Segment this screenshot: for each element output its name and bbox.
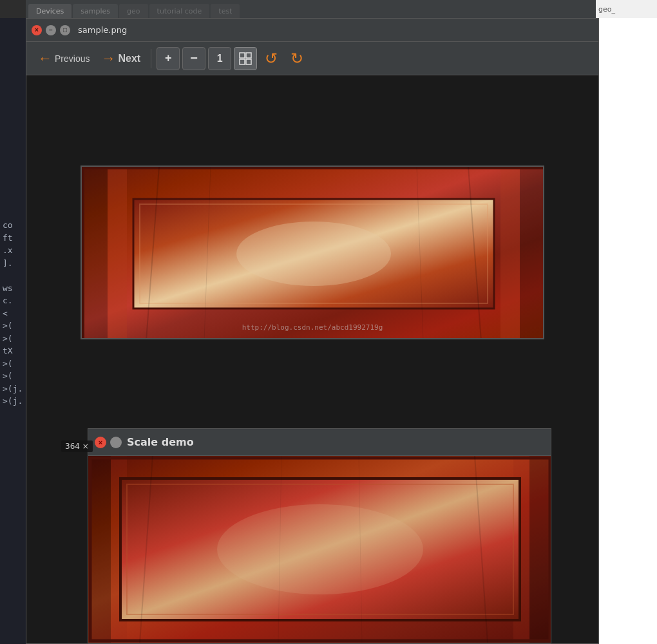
svg-rect-8 [500, 167, 520, 339]
code-line: ]. [1, 257, 24, 270]
left-arrow-icon: ← [38, 50, 52, 67]
zoom-fit-button[interactable] [234, 47, 257, 70]
zoom-reset-button[interactable]: 1 [208, 47, 231, 70]
watermark: http://blog.csdn.net/abcd1992719g [242, 323, 383, 332]
rotate-left-icon: ↺ [265, 50, 278, 68]
geo-tab-label: geo_ [596, 0, 657, 18]
code-line: >( [1, 332, 24, 345]
tab-label: test [218, 7, 232, 15]
close-button[interactable]: × [32, 25, 42, 35]
scale-demo-content [88, 456, 551, 643]
code-line: < [1, 307, 24, 320]
main-image-container: http://blog.csdn.net/abcd1992719g [81, 166, 544, 339]
code-line: >( [1, 357, 24, 370]
code-line: >(j. [1, 395, 24, 408]
right-panel [596, 18, 657, 644]
tab-samples[interactable]: samples [73, 4, 118, 18]
previous-button[interactable]: ← Previous [34, 48, 93, 70]
code-line: ws [1, 282, 24, 295]
code-line: >( [1, 370, 24, 383]
zoom-out-icon: − [190, 51, 198, 66]
scale-demo-minimize-button[interactable] [110, 437, 122, 448]
svg-rect-1 [246, 53, 251, 58]
rotate-left-button[interactable]: ↺ [260, 47, 283, 70]
scale-demo-title: Scale demo [127, 436, 194, 448]
previous-label: Previous [55, 53, 90, 64]
scale-demo-window: × Scale demo [88, 428, 551, 643]
zoom-in-icon: + [165, 52, 172, 65]
scale-demo-close-button[interactable]: × [95, 437, 106, 448]
tab-label: tutorial code [157, 7, 202, 15]
size-badge: 364 × [61, 440, 93, 452]
rotate-right-icon: ↻ [290, 50, 303, 68]
svg-rect-6 [520, 167, 544, 339]
code-editor-bg: co ft .x ]. ws c. < >( >( tX >( >( >(j. … [0, 18, 26, 644]
right-arrow-icon: → [101, 50, 115, 67]
tab-bar: Devices samples geo tutorial code test [26, 0, 599, 18]
svg-rect-5 [82, 167, 108, 339]
zoom-reset-icon: 1 [217, 53, 223, 64]
image-frame: http://blog.csdn.net/abcd1992719g [81, 166, 544, 339]
rotate-right-button[interactable]: ↻ [285, 47, 309, 70]
tab-test[interactable]: test [211, 4, 240, 18]
next-button[interactable]: → Next [96, 48, 146, 70]
svg-rect-2 [240, 59, 245, 64]
svg-rect-0 [240, 53, 245, 58]
toolbar-separator-1 [151, 49, 151, 68]
code-line: >(j. [1, 383, 24, 395]
scale-demo-controls: × [95, 437, 122, 448]
title-bar: × − □ sample.png [26, 19, 598, 42]
close-icon: × [99, 439, 102, 446]
code-line [1, 269, 24, 282]
svg-rect-7 [108, 167, 127, 339]
tab-label: samples [81, 7, 110, 15]
tab-tutorial[interactable]: tutorial code [149, 4, 210, 18]
scale-demo-titlebar: × Scale demo [88, 429, 551, 456]
minimize-icon: − [49, 26, 53, 33]
code-line: .x [1, 244, 24, 257]
zoom-in-button[interactable]: + [157, 47, 180, 70]
content-area: http://blog.csdn.net/abcd1992719g × Scal… [26, 75, 598, 643]
scale-demo-image [88, 456, 551, 643]
size-badge-label: 364 × [65, 442, 89, 451]
code-line: tX [1, 345, 24, 357]
code-line: >( [1, 319, 24, 332]
tab-label: Devices [36, 7, 64, 15]
window-title: sample.png [78, 25, 127, 35]
code-line: ft [1, 232, 24, 245]
svg-rect-20 [529, 456, 551, 643]
code-line: co [1, 219, 24, 232]
zoom-fit-icon [239, 52, 252, 65]
zoom-out-button[interactable]: − [182, 47, 205, 70]
image-viewer-window: × − □ sample.png ← Previous → Next + − [26, 18, 599, 644]
close-icon: × [35, 26, 39, 33]
tab-label: geo [127, 7, 140, 15]
tab-geo[interactable]: geo [119, 4, 148, 18]
minimize-button[interactable]: − [46, 25, 56, 35]
wood-panel-image [82, 167, 544, 339]
toolbar: ← Previous → Next + − 1 ↺ ↻ [26, 42, 598, 75]
maximize-button[interactable]: □ [60, 25, 70, 35]
code-line: c. [1, 294, 24, 307]
svg-rect-3 [246, 59, 251, 64]
svg-point-27 [217, 504, 423, 594]
maximize-icon: □ [63, 26, 67, 33]
tab-devices[interactable]: Devices [28, 4, 71, 18]
next-label: Next [118, 53, 140, 64]
window-controls: × − □ [32, 25, 70, 35]
svg-point-13 [236, 222, 391, 286]
